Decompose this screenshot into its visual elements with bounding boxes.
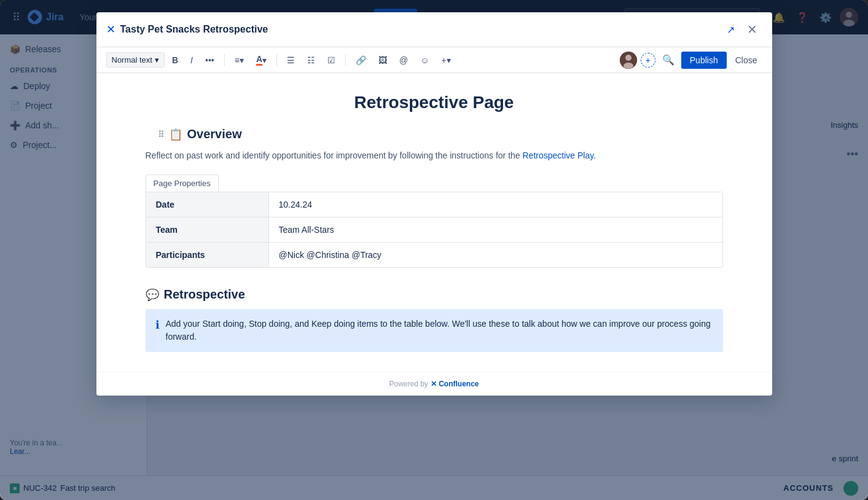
align-button[interactable]: ≡▾ xyxy=(230,52,249,68)
modal-close-button[interactable]: ✕ xyxy=(742,20,762,39)
confluence-icon: ✕ xyxy=(106,23,115,36)
overview-heading: ⠿ 📋 Overview xyxy=(146,127,723,141)
svg-point-5 xyxy=(624,63,633,69)
toolbar-divider-3 xyxy=(345,54,346,66)
external-link-icon[interactable]: ↗ xyxy=(724,21,737,38)
modal-dialog: ✕ Tasty Pet Snacks Retrospective ↗ ✕ Nor… xyxy=(96,12,772,396)
more-formatting-button[interactable]: ••• xyxy=(200,52,219,68)
retrospective-section: 💬 Retrospective ℹ Add your Start doing, … xyxy=(146,287,723,352)
overview-text: Reflect on past work and identify opport… xyxy=(146,149,723,162)
checkbox-button[interactable]: ☑ xyxy=(323,52,340,68)
toolbar-search-button[interactable]: 🔍 xyxy=(659,51,678,69)
retrospective-play-link[interactable]: Retrospective Play. xyxy=(522,150,596,160)
retro-heading: 💬 Retrospective xyxy=(146,287,723,302)
overview-section: ⠿ 📋 Overview Reflect on past work and id… xyxy=(146,127,723,268)
info-text: Add your Start doing, Stop doing, and Ke… xyxy=(166,318,713,343)
svg-point-4 xyxy=(625,55,631,61)
toolbar-right: + 🔍 Publish Close xyxy=(620,51,762,69)
doc-title: Retrospective Page xyxy=(146,93,723,112)
drag-handle-icon[interactable]: ⠿ xyxy=(158,130,164,139)
italic-button[interactable]: I xyxy=(186,52,198,68)
modal-header: ✕ Tasty Pet Snacks Retrospective ↗ ✕ xyxy=(96,12,772,47)
properties-row-team: Team Team All-Stars xyxy=(146,217,722,243)
numbered-list-button[interactable]: ☷ xyxy=(302,52,320,68)
text-style-chevron-icon: ▾ xyxy=(155,55,159,64)
toolbar-divider-1 xyxy=(224,54,225,66)
page-properties-tab[interactable]: Page Properties xyxy=(146,174,219,192)
date-value: 10.24.24 xyxy=(269,192,722,217)
publish-button[interactable]: Publish xyxy=(681,52,727,69)
bullet-list-button[interactable]: ☰ xyxy=(282,52,300,68)
close-text-button[interactable]: Close xyxy=(730,52,762,69)
team-key: Team xyxy=(146,217,269,242)
properties-row-date: Date 10.24.24 xyxy=(146,192,722,217)
date-key: Date xyxy=(146,192,269,217)
participants-value: @Nick @Christina @Tracy xyxy=(269,243,722,267)
confluence-logo: ✕ Confluence xyxy=(431,380,479,388)
emoji-button[interactable]: ☺ xyxy=(415,52,434,68)
add-collaborator-button[interactable]: + xyxy=(641,53,655,68)
image-button[interactable]: 🖼 xyxy=(373,52,392,68)
text-color-button[interactable]: A▾ xyxy=(251,51,272,69)
text-style-select[interactable]: Normal text ▾ xyxy=(106,52,165,68)
text-color-indicator: A xyxy=(256,54,262,66)
collaborator-avatar xyxy=(620,52,637,69)
modal-body: Retrospective Page ⠿ 📋 Overview Reflect … xyxy=(96,73,772,372)
link-button[interactable]: 🔗 xyxy=(351,52,371,68)
insert-button[interactable]: +▾ xyxy=(437,52,456,68)
retro-icon: 💬 xyxy=(146,288,159,302)
info-icon: ℹ xyxy=(155,318,160,332)
bold-button[interactable]: B xyxy=(167,52,183,68)
participants-key: Participants xyxy=(146,243,269,267)
properties-table: Date 10.24.24 Team Team All-Stars Partic… xyxy=(146,192,723,268)
modal-overlay: ✕ Tasty Pet Snacks Retrospective ↗ ✕ Nor… xyxy=(0,0,868,500)
editor-toolbar: Normal text ▾ B I ••• ≡▾ A▾ ☰ ☷ ☑ 🔗 🖼 @ xyxy=(96,47,772,73)
modal-footer: Powered by ✕ Confluence xyxy=(96,372,772,396)
team-value: Team All-Stars xyxy=(269,217,722,242)
overview-icon: 📋 xyxy=(169,128,182,141)
toolbar-divider-2 xyxy=(276,54,277,66)
modal-title: Tasty Pet Snacks Retrospective xyxy=(120,24,719,35)
info-box: ℹ Add your Start doing, Stop doing, and … xyxy=(146,309,723,352)
mention-button[interactable]: @ xyxy=(394,52,413,68)
properties-row-participants: Participants @Nick @Christina @Tracy xyxy=(146,243,722,267)
